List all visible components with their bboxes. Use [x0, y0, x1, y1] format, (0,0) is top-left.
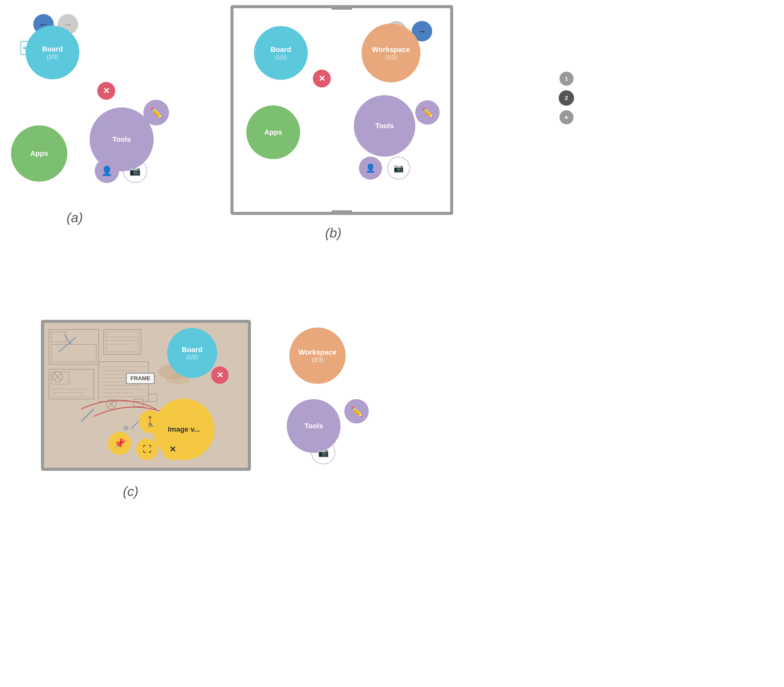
close-btn-b[interactable]: ✕ [313, 70, 331, 87]
scroll-dot-1[interactable]: 1 [560, 72, 573, 86]
resize-icon-c[interactable]: ⛶ [136, 438, 158, 460]
camera-icon-b[interactable]: 📷 [387, 156, 410, 180]
section-c-label: (c) [123, 483, 138, 499]
panel-b-top-handle[interactable] [331, 7, 352, 10]
apps-bubble-b[interactable]: Apps [246, 105, 300, 159]
camera-icon-c[interactable]: 📷 [311, 440, 335, 464]
section-b-label: (b) [325, 225, 341, 240]
network-icon-a[interactable]: 👤 [95, 159, 119, 183]
panel-c-frame: Board (1/2) FRAME ✕ Image v... 🚶 📌 ⛶ ✕ [41, 320, 251, 471]
panel-b-frame: ← → Board (1/2) Workspace (1/2) ✕ Apps T… [231, 5, 453, 215]
network-icon-b[interactable]: 👤 [359, 156, 382, 180]
board-bubble-b[interactable]: Board (1/2) [254, 26, 308, 80]
close-btn-c[interactable]: ✕ [211, 367, 229, 384]
frame-label-c: FRAME [126, 373, 155, 384]
pen-icon-b[interactable]: ✏️ [415, 100, 440, 125]
pen-icon-a[interactable]: ✏️ [143, 100, 169, 125]
diagram-container: ← → ⊕ CREATE Board (2/2) ✕ Apps Tools ✏️… [0, 0, 784, 687]
center-dot-c [124, 426, 128, 431]
close-btn-a[interactable]: ✕ [97, 82, 115, 100]
camera-icon-a[interactable]: 📷 [123, 159, 147, 183]
board-bubble-c[interactable]: Board (1/2) [167, 328, 217, 378]
scroll-dot-plus[interactable]: + [560, 110, 573, 124]
panel-b-bottom-handle[interactable] [331, 210, 352, 214]
section-a-label: (a) [67, 210, 83, 225]
close-small-icon-c[interactable]: ✕ [162, 438, 184, 460]
scrollbar-b: 1 2 + [559, 72, 574, 124]
tools-bubble-b[interactable]: Tools [354, 95, 415, 156]
scroll-dot-2[interactable]: 2 [559, 90, 574, 106]
workspace-bubble-b[interactable]: Workspace (1/2) [362, 23, 420, 82]
pin-icon-c[interactable]: 📌 [108, 432, 131, 455]
board-bubble-a[interactable]: Board (2/2) [26, 26, 79, 79]
apps-bubble-a[interactable]: Apps [11, 125, 68, 182]
workspace-bubble-c[interactable]: Workspace (3/3) [289, 327, 346, 384]
person-walk-icon-c[interactable]: 🚶 [139, 410, 162, 433]
pen-icon-c[interactable]: ✏️ [344, 399, 369, 424]
